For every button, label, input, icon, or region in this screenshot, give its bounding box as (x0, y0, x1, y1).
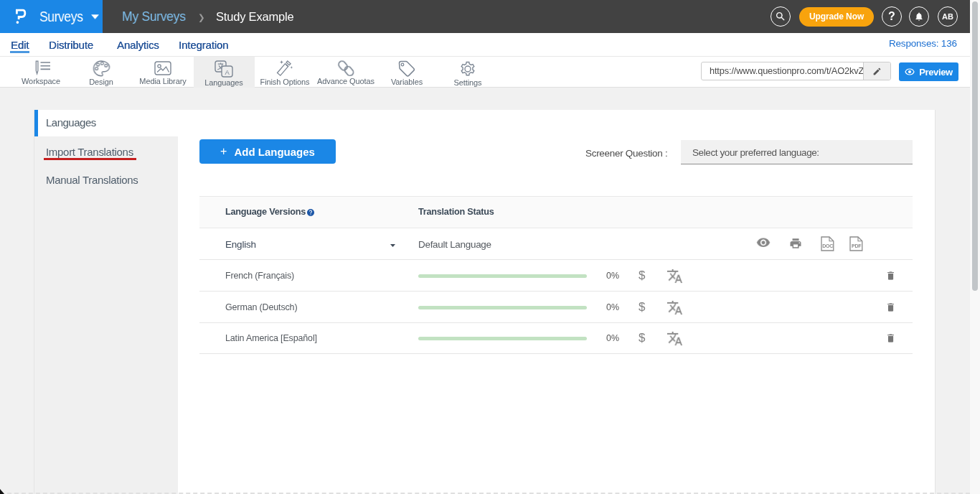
svg-text:DOC: DOC (822, 243, 833, 248)
svg-text:PDF: PDF (852, 243, 862, 248)
svg-text:A: A (225, 68, 230, 76)
